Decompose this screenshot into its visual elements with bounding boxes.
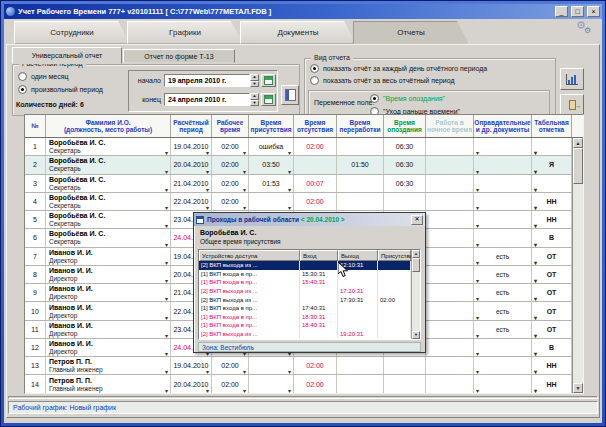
popup-close-button[interactable]: ✕ [411, 215, 423, 225]
tab-3[interactable]: Документы [240, 21, 356, 44]
cell-value: 00:07 [306, 180, 324, 187]
cell-night [426, 175, 474, 192]
scrollbar-thumb[interactable] [412, 258, 420, 272]
tab-universal-report[interactable]: Универсальный отчет [12, 47, 122, 64]
popup-titlebar[interactable]: Проходы в рабочей области < 20.04.2010 >… [194, 213, 425, 226]
scroll-down-icon[interactable]: ▼ [573, 383, 583, 393]
table-row[interactable]: 3Воробьёва И. С.Секретарь▾21.04.2010▾02:… [25, 175, 583, 193]
cell-docs: ▾ [474, 175, 532, 192]
passage-row[interactable]: [2] ВКП выхода из ...17:30:3102:00 [199, 295, 411, 304]
pcell-presence: 02:00 [378, 295, 411, 304]
popup-subtitle: Общее время присутствия [200, 238, 281, 245]
passage-row[interactable]: [1] ВКП входа в пр...15:30:31 [199, 270, 411, 279]
end-date-stepper[interactable]: ▲ ▼ [250, 93, 259, 106]
radio-circle-icon[interactable] [18, 72, 27, 81]
dropdown-arrow-icon[interactable]: ▾ [206, 388, 209, 394]
cell-num: 14 [25, 375, 46, 392]
cell-value: 06:30 [396, 143, 414, 150]
cell-docs: ▾ [474, 375, 532, 392]
radio-late-time[interactable]: "Время опоздания" [370, 94, 445, 103]
radio-circle-icon[interactable] [310, 64, 319, 73]
dropdown-arrow-icon[interactable]: ▾ [165, 388, 168, 394]
dropdown-arrow-icon[interactable]: ▾ [534, 388, 537, 394]
pcell-value: 17:30:31 [340, 297, 363, 303]
passage-row[interactable]: [2] ВКП выхода из ...12:10:31 [199, 261, 411, 270]
close-button[interactable]: × [587, 6, 600, 17]
column-header-presence[interactable]: Времяприсутствия [249, 115, 294, 137]
end-date-input[interactable]: 24 апреля 2010 г. [164, 93, 250, 106]
cell-name: Воробьёва И. С.Секретарь▾ [46, 175, 171, 192]
build-report-button[interactable] [281, 85, 299, 105]
passage-row[interactable]: [1] ВКП входа в пр...18:30:31 [199, 313, 411, 322]
radio-daily-report[interactable]: показать отчёт за каждый день отчётного … [310, 64, 487, 73]
dropdown-arrow-icon[interactable]: ▾ [243, 388, 246, 394]
table-row[interactable]: 13Петров П. П.Главный инженер▾19.04.2010… [25, 357, 583, 375]
cell-night [426, 284, 474, 301]
tab-2[interactable]: Графики [127, 21, 243, 44]
column-header-night[interactable]: Работа вночное время [426, 115, 474, 137]
cell-mark: ▾ [532, 138, 572, 155]
radio-custom-period[interactable]: произвольный период [18, 85, 103, 94]
report-type-title: Вид отчета [311, 54, 353, 61]
cell-num: 9 [25, 284, 46, 301]
spin-down-icon[interactable]: ▼ [250, 100, 259, 107]
maximize-button[interactable]: □ [571, 6, 584, 17]
passage-row[interactable]: [1] ВКП входа в пр...15:40:31 [199, 278, 411, 287]
column-header-late[interactable]: Времяопоздания [384, 115, 426, 137]
radio-one-month[interactable]: один месяц [18, 72, 69, 81]
table-row[interactable]: 14Петров П. П.Главный инженер▾20.04.2010… [25, 375, 583, 393]
spin-down-icon[interactable]: ▼ [250, 81, 259, 88]
radio-circle-icon[interactable] [370, 94, 379, 103]
dropdown-arrow-icon[interactable]: ▾ [476, 388, 479, 394]
column-header-overtime[interactable]: Времяпереработки [337, 115, 384, 137]
passages-header-out[interactable]: Выход [338, 250, 378, 261]
vertical-scrollbar[interactable]: ▲ ▼ [572, 138, 583, 393]
start-date-input[interactable]: 19 апреля 2010 г. [164, 74, 250, 87]
scroll-down-icon[interactable]: ▼ [412, 331, 420, 339]
tab-4[interactable]: Отчеты [353, 21, 469, 44]
table-row[interactable]: 2Воробьёва И. С.Секретарь▾20.04.2010▾02:… [25, 156, 583, 174]
column-header-date[interactable]: Расчётныйпериод [171, 115, 212, 137]
column-header-absence[interactable]: Времяотсутствия [294, 115, 337, 137]
start-date-stepper[interactable]: ▲ ▼ [250, 74, 259, 87]
passage-row[interactable]: [1] ВКП входа в пр...17:40:31 [199, 304, 411, 313]
tab-1[interactable]: Сотрудники [14, 21, 130, 44]
end-calendar-button[interactable] [261, 93, 276, 106]
scroll-up-icon[interactable]: ▲ [412, 250, 420, 258]
tab-t13-report[interactable]: Отчет по форме Т-13 [123, 49, 235, 63]
dropdown-arrow-icon[interactable]: ▾ [288, 388, 291, 394]
passages-header-in[interactable]: Вход [300, 250, 338, 261]
radio-whole-report[interactable]: показать отчёт за весь отчётный период [310, 76, 455, 85]
cell-presence: 03:50▾ [249, 156, 294, 173]
cell-name: Воробьёва И. С.Секретарь▾ [46, 156, 171, 173]
scroll-up-icon[interactable]: ▲ [573, 138, 583, 148]
minimize-button[interactable]: _ [555, 6, 568, 17]
column-header-docs[interactable]: Оправдательныеи др. документы [474, 115, 532, 137]
passage-row[interactable]: [1] ВКП входа в пр...18:40:31 [199, 321, 411, 330]
start-calendar-button[interactable] [261, 74, 276, 87]
radio-circle-icon[interactable] [310, 76, 319, 85]
scrollbar-thumb[interactable] [573, 148, 583, 184]
table-row[interactable]: 4Воробьёва И. С.Секретарь▾22.04.2010▾02:… [25, 193, 583, 211]
column-header-mark[interactable]: Табельнаяотметка [532, 115, 572, 137]
passages-header-presence[interactable]: Присутствие [378, 250, 411, 261]
pcell-in [300, 261, 338, 270]
table-row[interactable]: 1Воробьёва И. С.Секретарь▾19.04.2010▾02:… [25, 138, 583, 156]
radio-circle-icon[interactable] [18, 85, 27, 94]
column-header-name[interactable]: Фамилия И.О.(должность, место работы) [46, 115, 171, 137]
preview-report-button[interactable] [560, 68, 584, 90]
passages-header-device[interactable]: Устройство доступа [199, 250, 300, 261]
column-header-num[interactable]: № [25, 115, 46, 137]
passage-row[interactable]: [2] ВКП выхода из ...19:20:31 [199, 330, 411, 339]
variable-field-label: Переменное поле: [314, 99, 374, 106]
cell-docs: есть▾ [474, 321, 532, 338]
radio-custom-period-label: произвольный период [31, 86, 103, 93]
settings-gear-icon[interactable]: ⚙⚙ [576, 20, 596, 36]
column-header-work[interactable]: Рабочеевремя [212, 115, 249, 137]
export-button[interactable] [560, 94, 584, 116]
passage-row[interactable]: [2] ВКП выхода из ...17:20:31 [199, 287, 411, 296]
popup-scrollbar[interactable]: ▲ ▼ [411, 250, 420, 339]
pcell-value: 17:20:31 [340, 288, 363, 294]
cell-value: 7 [33, 253, 37, 260]
pcell-value: 15:40:31 [302, 279, 325, 285]
